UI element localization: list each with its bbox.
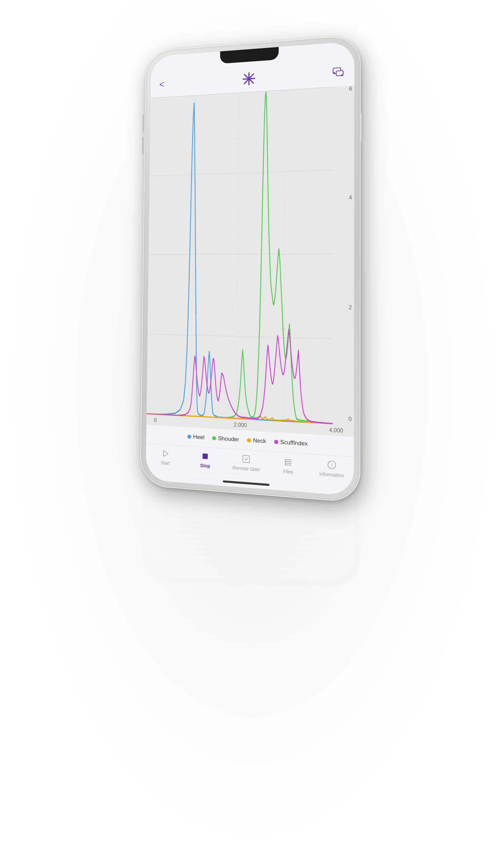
y-label-0: 0	[349, 416, 352, 422]
app-content: <	[146, 41, 354, 496]
volume-down-btn	[142, 137, 145, 155]
legend-neck-label: Neck	[253, 437, 266, 445]
y-label-4: 4	[349, 194, 352, 201]
legend-heel-dot	[187, 435, 191, 439]
svg-line-8	[150, 170, 333, 176]
x-label-4000: 4.000	[329, 427, 343, 434]
x-label-2000: 2.000	[233, 422, 247, 428]
chart-legend-section: 6 4 2 0 0 2.000 4.000	[146, 85, 354, 457]
phone-body: <	[140, 35, 361, 503]
legend-neck-dot	[247, 438, 251, 442]
scene: <	[0, 0, 504, 861]
svg-line-9	[149, 254, 333, 255]
legend-shouder-label: Shouder	[218, 435, 239, 443]
legend-scuffindex: ScuffIndex	[274, 439, 308, 448]
y-label-2: 2	[349, 304, 352, 311]
phone-reflection	[142, 448, 360, 588]
power-button	[361, 113, 363, 140]
volume-buttons	[142, 115, 145, 154]
svg-line-13	[236, 93, 239, 419]
back-button[interactable]: <	[159, 80, 164, 89]
legend-heel: Heel	[187, 433, 205, 441]
y-axis: 6 4 2 0	[349, 86, 352, 422]
legend-shouder-dot	[212, 436, 216, 440]
phone-screen: <	[146, 41, 354, 496]
legend-scuffindex-label: ScuffIndex	[280, 439, 308, 448]
chart-container: 6 4 2 0 0 2.000 4.000	[146, 85, 354, 437]
phone-device: <	[140, 35, 361, 503]
volume-up-btn	[142, 115, 145, 132]
x-label-0: 0	[154, 418, 156, 423]
legend-scuffindex-dot	[274, 440, 278, 444]
legend-shouder: Shouder	[212, 435, 239, 443]
chat-icon[interactable]	[332, 66, 344, 80]
svg-line-10	[148, 334, 333, 339]
legend-heel-label: Heel	[193, 434, 205, 441]
chart-svg	[147, 86, 344, 425]
y-label-6: 6	[349, 86, 352, 92]
legend-neck: Neck	[247, 437, 266, 445]
app-logo	[242, 71, 256, 86]
